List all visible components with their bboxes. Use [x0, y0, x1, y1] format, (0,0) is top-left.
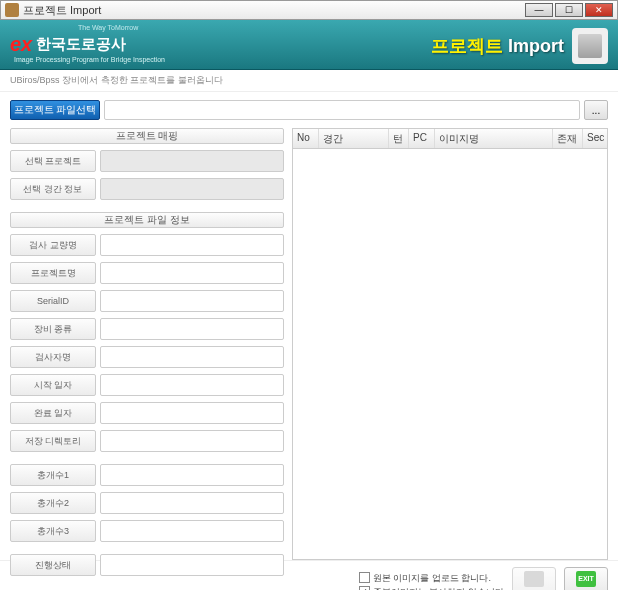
upload-original-label: 원본 이미지를 업로드 합니다. — [373, 571, 491, 585]
col-sec[interactable]: Sec — [583, 129, 607, 148]
value-count2[interactable] — [100, 492, 284, 514]
header-banner: The Way ToMorrow ex 한국도로공사 Image Process… — [0, 20, 618, 70]
label-end-date: 완료 일자 — [10, 402, 96, 424]
label-start-date: 시작 일자 — [10, 374, 96, 396]
close-footer-button[interactable]: EXIT 닫기(C) — [564, 567, 608, 591]
value-count3[interactable] — [100, 520, 284, 542]
maximize-button[interactable]: ☐ — [555, 3, 583, 17]
label-count1: 총개수1 — [10, 464, 96, 486]
title-bar: 프로젝트 Import — ☐ ✕ — [0, 0, 618, 20]
label-sel-span-info: 선택 경간 정보 — [10, 178, 96, 200]
value-inspector[interactable] — [100, 346, 284, 368]
import-button[interactable]: 불러오기 — [512, 567, 556, 591]
box-icon — [572, 28, 608, 64]
value-serial-id[interactable] — [100, 290, 284, 312]
close-button[interactable]: ✕ — [585, 3, 613, 17]
sub-info-text: UBiros/Bpss 장비에서 측정한 프로젝트를 불러옵니다 — [0, 70, 618, 92]
import-icon — [524, 571, 544, 587]
toolbar: 프로젝트 파일선택 ... — [0, 92, 618, 128]
label-save-dir: 저장 디렉토리 — [10, 430, 96, 452]
value-project-name[interactable] — [100, 262, 284, 284]
col-turn[interactable]: 턴 — [389, 129, 409, 148]
upload-original-checkbox[interactable] — [359, 572, 370, 583]
page-title: 프로젝트 Import — [431, 34, 564, 58]
browse-button[interactable]: ... — [584, 100, 608, 120]
row-start-date: 시작 일자 — [10, 374, 284, 396]
window-controls: — ☐ ✕ — [525, 3, 613, 17]
upload-original-checkbox-row[interactable]: 원본 이미지를 업로드 합니다. — [359, 571, 504, 585]
value-sel-span-info — [100, 178, 284, 200]
label-progress: 진행상태 — [10, 554, 96, 576]
label-sel-project: 선택 프로젝트 — [10, 150, 96, 172]
minimize-button[interactable]: — — [525, 3, 553, 17]
grid-panel: No 경간 턴 PC 이미지명 존재 Sec — [292, 128, 608, 560]
logo-tagline: The Way ToMorrow — [78, 24, 138, 31]
row-count3: 총개수3 — [10, 520, 284, 542]
header-right: 프로젝트 Import — [431, 28, 608, 64]
row-save-dir: 저장 디렉토리 — [10, 430, 284, 452]
label-serial-id: SerialID — [10, 290, 96, 312]
main-area: 프로젝트 매핑 선택 프로젝트 선택 경간 정보 프로젝트 파일 정보 검사 교… — [0, 128, 618, 560]
logo-subtitle: Image Processing Program for Bridge Insp… — [14, 56, 165, 63]
left-panel: 프로젝트 매핑 선택 프로젝트 선택 경간 정보 프로젝트 파일 정보 검사 교… — [10, 128, 284, 560]
row-sel-span-info: 선택 경간 정보 — [10, 178, 284, 200]
col-no[interactable]: No — [293, 129, 319, 148]
value-device-type[interactable] — [100, 318, 284, 340]
row-count1: 총개수1 — [10, 464, 284, 486]
file-select-button[interactable]: 프로젝트 파일선택 — [10, 100, 100, 120]
row-bridge-name: 검사 교량명 — [10, 234, 284, 256]
skip-duplicate-label: 중복이미지는 복사하지 않습니다 — [373, 585, 504, 591]
checkbox-area: 원본 이미지를 업로드 합니다. ✓ 중복이미지는 복사하지 않습니다 — [359, 571, 504, 591]
grid-body[interactable] — [293, 149, 607, 559]
exit-icon: EXIT — [576, 571, 596, 587]
grid-header: No 경간 턴 PC 이미지명 존재 Sec — [293, 129, 607, 149]
value-progress — [100, 554, 284, 576]
row-inspector: 검사자명 — [10, 346, 284, 368]
label-count3: 총개수3 — [10, 520, 96, 542]
row-serial-id: SerialID — [10, 290, 284, 312]
col-span[interactable]: 경간 — [319, 129, 389, 148]
file-path-input[interactable] — [104, 100, 580, 120]
window-title: 프로젝트 Import — [23, 3, 525, 18]
label-project-name: 프로젝트명 — [10, 262, 96, 284]
logo-text: 한국도로공사 — [36, 35, 126, 54]
label-bridge-name: 검사 교량명 — [10, 234, 96, 256]
section-mapping-header: 프로젝트 매핑 — [10, 128, 284, 144]
skip-duplicate-checkbox-row[interactable]: ✓ 중복이미지는 복사하지 않습니다 — [359, 585, 504, 591]
skip-duplicate-checkbox[interactable]: ✓ — [359, 586, 370, 590]
label-count2: 총개수2 — [10, 492, 96, 514]
col-pc[interactable]: PC — [409, 129, 435, 148]
col-image-name[interactable]: 이미지명 — [435, 129, 553, 148]
label-inspector: 검사자명 — [10, 346, 96, 368]
logo-ex-icon: ex — [10, 33, 32, 56]
section-file-info-header: 프로젝트 파일 정보 — [10, 212, 284, 228]
row-device-type: 장비 종류 — [10, 318, 284, 340]
row-end-date: 완료 일자 — [10, 402, 284, 424]
row-count2: 총개수2 — [10, 492, 284, 514]
row-progress: 진행상태 — [10, 554, 284, 576]
row-project-name: 프로젝트명 — [10, 262, 284, 284]
value-save-dir[interactable] — [100, 430, 284, 452]
value-end-date[interactable] — [100, 402, 284, 424]
logo-area: ex 한국도로공사 — [10, 33, 126, 56]
value-bridge-name[interactable] — [100, 234, 284, 256]
value-count1[interactable] — [100, 464, 284, 486]
app-icon — [5, 3, 19, 17]
row-sel-project: 선택 프로젝트 — [10, 150, 284, 172]
value-sel-project — [100, 150, 284, 172]
label-device-type: 장비 종류 — [10, 318, 96, 340]
col-exist[interactable]: 존재 — [553, 129, 583, 148]
value-start-date[interactable] — [100, 374, 284, 396]
